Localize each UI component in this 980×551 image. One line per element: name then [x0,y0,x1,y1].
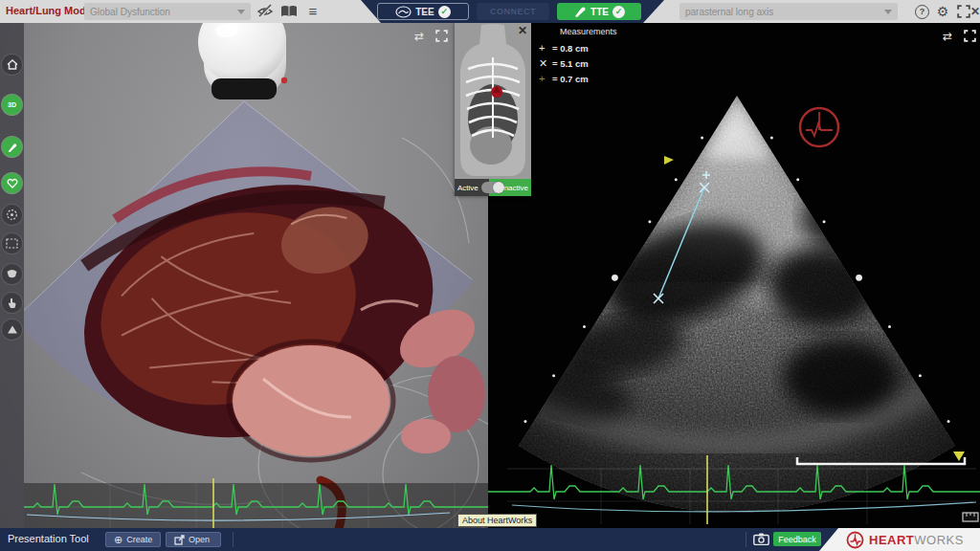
tte-label: TTE [590,7,609,17]
scale-marker-triangle[interactable] [953,452,965,461]
cross-marker-icon: ✕ [539,57,552,70]
measurement-value: = 0.7 cm [552,74,589,84]
swap-panels-icon[interactable]: ⇄ [412,29,427,44]
create-label: Create [126,535,152,544]
view-dropdown-value: parasternal long axis [685,7,773,17]
probe-mode-tab: TEE ✓ CONNECT TTE ✓ [352,0,670,23]
model-3d-panel[interactable]: ⇄ [0,23,488,528]
edge-marker-triangle [664,156,674,165]
presentation-tool-label: Presentation Tool [8,533,89,544]
target-button[interactable] [2,205,22,225]
measurements-panel: Measurements + = 0.8 cm ✕ = 5.1 cm + = 0… [539,27,617,86]
connect-label: CONNECT [490,7,536,16]
target-icon [6,209,18,221]
divider [746,532,746,547]
screenshot-camera-icon[interactable] [753,533,769,545]
tee-label: TEE [415,7,434,17]
chevron-down-icon [884,10,892,14]
pathology-dropdown-value: Global Dysfunction [90,7,170,17]
ecg-strip-left [24,478,488,528]
tte-button[interactable]: TTE ✓ [557,3,641,20]
ruler-icon[interactable] [963,513,978,521]
probe-marker-dot [281,77,287,83]
tee-probe-icon [395,6,412,18]
cone-button[interactable] [2,320,22,340]
torso-thumbnail-panel: ✕ Active Inactive [455,23,531,196]
book-icon[interactable] [280,4,298,19]
probe-head-button[interactable] [2,264,22,284]
measurement-value: = 5.1 cm [552,58,589,69]
model-3d-scene [24,23,488,528]
tte-check-icon: ✓ [612,6,625,18]
measurement-row[interactable]: + = 0.8 cm [539,40,617,55]
divider [233,532,234,547]
pathology-dropdown[interactable]: Global Dysfunction [84,3,251,20]
connect-button[interactable]: CONNECT [477,3,549,20]
probe-icon [7,142,18,153]
tte-probe-tool-button[interactable] [2,137,22,157]
logo-text-primary: HEART [869,533,914,547]
tee-check-icon: ✓ [438,6,451,18]
home-icon [7,59,18,70]
chevron-down-icon [237,10,245,14]
top-bar: Heart/Lung Model Global Dysfunction ≡ TE… [0,0,980,23]
probe-head-icon [6,269,18,279]
open-label: Open [189,535,210,544]
feedback-label: Feedback [778,535,816,544]
hand-button[interactable] [2,293,22,313]
heart-model [57,149,485,473]
measurements-title: Measurements [560,27,617,36]
cone-icon [7,324,18,335]
measurement-row[interactable]: ✕ = 5.1 cm [539,55,617,71]
ultrasound-probe[interactable] [198,23,287,99]
plus-marker-icon: + [539,42,552,54]
panel-fullscreen-icon[interactable] [434,29,449,44]
about-tooltip: About HeartWorks [457,514,537,527]
measurement-row[interactable]: + = 0.7 cm [539,71,617,86]
bottom-bar: Presentation Tool ⊕ Create Open Feedback… [0,528,980,551]
3d-view-button[interactable]: 3D [2,95,22,115]
torso-thumbnail[interactable] [455,23,531,179]
swap-panels-icon[interactable]: ⇄ [940,29,955,44]
help-icon[interactable]: ? [915,5,929,19]
ultrasound-sector [488,23,980,528]
tte-probe-icon [573,6,587,18]
model-label: Heart/Lung Model [6,5,95,16]
settings-gear-icon[interactable]: ⚙ [934,4,951,19]
thumbnail-close-icon[interactable]: ✕ [516,24,529,37]
open-icon [174,535,185,545]
panel-fullscreen-icon[interactable] [962,29,977,44]
marquee-icon [6,238,18,249]
ultrasound-panel[interactable]: ⇄ [488,23,980,528]
active-inactive-toggle: Active Inactive [455,179,531,196]
feedback-button[interactable]: Feedback [773,532,821,546]
logo-text-secondary: WORKS [914,533,964,547]
main-area: ⇄ 3D [0,23,980,528]
tool-sidebar: 3D [0,23,24,528]
heartworks-logo: HEART WORKS [819,528,980,551]
ultrasound-image [488,23,980,528]
close-app-icon[interactable]: ✕ [970,4,980,19]
visibility-off-icon[interactable] [256,4,274,19]
list-icon[interactable]: ≡ [304,4,322,19]
heart-icon [7,178,18,188]
open-button[interactable]: Open [166,532,221,547]
circle-plus-icon: ⊕ [114,534,122,546]
toggle-switch[interactable] [481,182,504,193]
heartworks-app: Heart/Lung Model Global Dysfunction ≡ TE… [0,0,980,551]
heartworks-logo-icon [846,531,864,549]
measurement-value: = 0.8 cm [552,43,589,54]
view-dropdown[interactable]: parasternal long axis [679,3,898,20]
select-region-button[interactable] [2,233,22,253]
toggle-knob[interactable] [493,182,504,193]
hand-icon [7,298,17,309]
plus-marker-icon: + [539,73,552,84]
orientation-ecg-icon [800,108,838,146]
create-button[interactable]: ⊕ Create [105,532,161,547]
3d-icon: 3D [8,101,16,108]
home-button[interactable] [2,55,22,75]
tee-button[interactable]: TEE ✓ [377,3,469,20]
heart-visibility-button[interactable] [2,173,22,193]
